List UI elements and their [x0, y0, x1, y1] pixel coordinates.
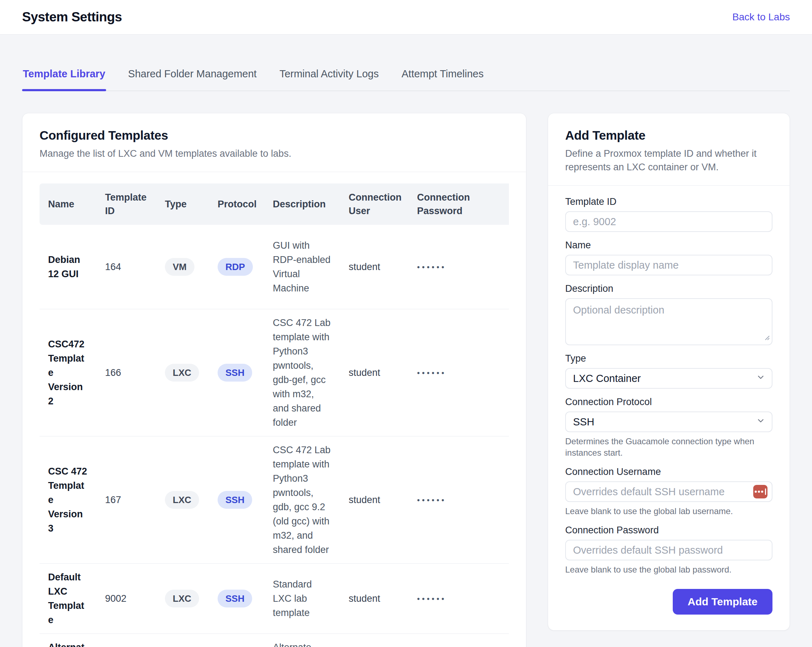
- template-description: GUI with RDP-enabled Virtual Machine: [264, 225, 340, 309]
- table-row: Alternate LXC SSH Alternate Delete: [40, 634, 509, 647]
- type-badge: LXC: [165, 590, 199, 607]
- app-header: System Settings Back to Labs: [0, 0, 812, 35]
- column-header-template-id: Template ID: [96, 184, 156, 225]
- connection-user: student: [340, 225, 409, 309]
- password-mask: ••••••: [417, 369, 446, 377]
- template-id: [96, 634, 156, 647]
- description-label: Description: [565, 283, 772, 294]
- template-id: 9002: [96, 564, 156, 634]
- add-template-title: Add Template: [565, 128, 772, 142]
- connection-user: [340, 634, 409, 647]
- chevron-down-icon: [756, 373, 765, 384]
- template-description: Standard LXC lab template: [264, 564, 340, 634]
- autofill-extension-icon[interactable]: [753, 485, 768, 499]
- template-id: 166: [96, 309, 156, 436]
- connection-protocol-label: Connection Protocol: [565, 396, 772, 407]
- username-help-text: Leave blank to use the global lab userna…: [565, 506, 772, 517]
- connection-username-label: Connection Username: [565, 467, 772, 477]
- template-name: Default LXC Template: [40, 564, 96, 634]
- tab-template-library[interactable]: Template Library: [22, 68, 106, 90]
- name-field[interactable]: [565, 255, 772, 275]
- connection-password-field[interactable]: [565, 540, 772, 560]
- password-mask: ••••••: [417, 496, 446, 505]
- tab-attempt-timelines[interactable]: Attempt Timelines: [401, 68, 484, 90]
- description-field[interactable]: [565, 298, 772, 345]
- template-name: Debian 12 GUI: [40, 225, 96, 309]
- connection-user: student: [340, 309, 409, 436]
- resize-handle-icon[interactable]: [764, 335, 769, 342]
- column-header-actions: [497, 184, 509, 225]
- type-badge: LXC: [165, 491, 199, 509]
- templates-table: Name Template ID Type Protocol Descripti…: [40, 184, 509, 647]
- connection-user: student: [340, 436, 409, 564]
- add-template-button[interactable]: Add Template: [673, 589, 772, 615]
- connection-user: student: [340, 564, 409, 634]
- tab-terminal-activity-logs[interactable]: Terminal Activity Logs: [279, 68, 380, 90]
- configured-templates-card: Configured Templates Manage the list of …: [22, 113, 527, 647]
- table-row: CSC472 Template Version 2 166 LXC SSH CS…: [40, 309, 509, 436]
- protocol-badge: SSH: [218, 590, 252, 607]
- column-header-connection-user: Connection User: [340, 184, 409, 225]
- add-template-subtitle: Define a Proxmox template ID and whether…: [565, 147, 772, 174]
- table-row: Debian 12 GUI 164 VM RDP GUI with RDP-en…: [40, 225, 509, 309]
- column-header-description: Description: [264, 184, 340, 225]
- back-to-labs-link[interactable]: Back to Labs: [732, 11, 790, 23]
- type-label: Type: [565, 353, 772, 364]
- configured-templates-title: Configured Templates: [40, 128, 509, 142]
- protocol-badge: RDP: [218, 258, 253, 276]
- column-header-protocol: Protocol: [209, 184, 264, 225]
- type-badge: LXC: [165, 364, 199, 382]
- template-id: 167: [96, 436, 156, 564]
- connection-password-label: Connection Password: [565, 525, 772, 535]
- add-template-card: Add Template Define a Proxmox template I…: [548, 113, 790, 631]
- table-row: CSC 472 Template Version 3 167 LXC SSH C…: [40, 436, 509, 564]
- template-id-label: Template ID: [565, 196, 772, 207]
- connection-username-field[interactable]: [565, 481, 772, 502]
- tab-shared-folder-management[interactable]: Shared Folder Management: [128, 68, 258, 90]
- column-header-name: Name: [40, 184, 96, 225]
- add-template-form: Template ID Name Description: [548, 186, 789, 630]
- protocol-help-text: Determines the Guacamole connection type…: [565, 436, 772, 459]
- template-name: CSC 472 Template Version 3: [40, 436, 96, 564]
- template-id: 164: [96, 225, 156, 309]
- template-description: CSC 472 Lab template with Python3 pwntoo…: [264, 436, 340, 564]
- name-label: Name: [565, 240, 772, 251]
- template-name: Alternate: [40, 634, 96, 647]
- settings-tabs: Template Library Shared Folder Managemen…: [22, 68, 790, 91]
- connection-protocol-select[interactable]: SSH: [565, 411, 772, 432]
- template-description: CSC 472 Lab template with Python3 pwntoo…: [264, 309, 340, 436]
- column-header-connection-password: Connection Password: [409, 184, 497, 225]
- template-description: Alternate: [264, 634, 340, 647]
- password-mask: ••••••: [417, 594, 446, 603]
- connection-protocol-value: SSH: [573, 416, 594, 428]
- type-badge: VM: [165, 258, 194, 276]
- template-name: CSC472 Template Version 2: [40, 309, 96, 436]
- table-header-row: Name Template ID Type Protocol Descripti…: [40, 184, 509, 225]
- templates-table-body: Debian 12 GUI 164 VM RDP GUI with RDP-en…: [40, 225, 509, 647]
- configured-templates-subtitle: Manage the list of LXC and VM templates …: [40, 147, 509, 160]
- password-mask: ••••••: [417, 263, 446, 271]
- table-row: Default LXC Template 9002 LXC SSH Standa…: [40, 564, 509, 634]
- type-select-value: LXC Container: [573, 373, 641, 384]
- type-select[interactable]: LXC Container: [565, 368, 772, 389]
- chevron-down-icon: [756, 416, 765, 428]
- page-title: System Settings: [22, 10, 122, 24]
- column-header-type: Type: [156, 184, 209, 225]
- template-id-field[interactable]: [565, 211, 772, 232]
- password-help-text: Leave blank to use the global lab passwo…: [565, 564, 772, 575]
- protocol-badge: SSH: [218, 491, 252, 509]
- protocol-badge: SSH: [218, 364, 252, 382]
